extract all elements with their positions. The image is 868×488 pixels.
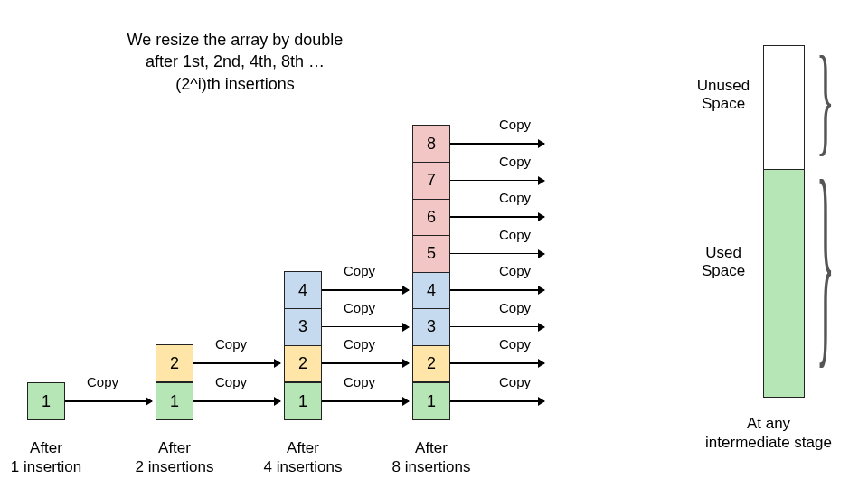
intro-text: We resize the array by double after 1st,… [81,29,389,95]
intro-line-1: We resize the array by double [127,31,344,49]
copy-label: Copy [344,336,375,352]
stack-4-caption: After 4 insertions [240,438,366,477]
arrow-icon [450,326,544,328]
stack-row: 1 Copy After 1 insertion 1 Copy [27,127,450,421]
unused-space-label: Unused Space [687,77,760,114]
cell-value: 3 [427,317,436,336]
copy-label: Copy [215,374,247,389]
arrow-icon [450,253,544,255]
stack-2-cells: 1 Copy 2 Copy [156,346,193,421]
copy-label: Copy [499,336,531,352]
stack-1-caption: After 1 insertion [0,438,109,477]
allocation-bar [763,45,805,398]
stack-4-cells: 1 Copy 2 Copy 3 Copy [284,273,322,421]
stack-8: 1 Copy 2 Copy 3 Copy [412,127,450,421]
cell-2: 2 Copy [284,344,322,382]
copy-label: Copy [499,300,531,315]
allocation-caption: At any intermediate stage [687,414,850,453]
arrow-icon [450,400,544,402]
arrow-icon [322,362,409,364]
cell-value: 7 [427,171,436,190]
caption-line: After [287,439,319,456]
copy-arrow: Copy [322,354,409,372]
cell-4: 4 Copy [284,271,322,309]
copy-arrow: Copy [450,281,544,299]
cell-1: 1 Copy [284,382,322,420]
cell-value: 8 [427,135,436,154]
cell-4: 4 Copy [412,271,450,309]
label-line: Unused [697,77,750,94]
arrow-icon [322,400,409,402]
cell-value: 3 [298,317,307,336]
caption-line: 4 insertions [264,458,343,475]
cell-2: 2 Copy [412,344,450,382]
copy-label: Copy [87,374,118,389]
copy-arrow: Copy [450,392,544,410]
caption-line: After [30,439,62,456]
copy-label: Copy [499,263,531,278]
arrow-icon [65,400,152,402]
copy-label: Copy [499,374,531,389]
cell-3: 3 Copy [284,308,322,346]
copy-arrow: Copy [450,208,544,226]
arrow-icon [450,289,544,291]
cell-1: 1 Copy [412,382,450,420]
caption-line: At any [747,415,790,432]
stack-1: 1 Copy After 1 insertion [27,382,65,420]
label-line: Used [705,244,741,261]
copy-arrow: Copy [193,354,280,372]
copy-arrow: Copy [322,281,409,299]
caption-line: After [415,439,448,456]
stack-4: 1 Copy 2 Copy 3 Copy [284,273,322,421]
cell-3: 3 Copy [412,308,450,346]
brace-icon: } [816,148,835,376]
arrow-icon [450,180,544,182]
caption-line: 2 insertions [136,458,214,475]
copy-arrow: Copy [322,318,409,336]
copy-label: Copy [499,190,531,205]
cell-value: 1 [298,392,307,411]
label-line: Space [702,95,745,112]
copy-label: Copy [499,154,531,169]
stack-2: 1 Copy 2 Copy After 2 insertions [156,346,193,421]
cell-7: 7 Copy [412,162,450,200]
copy-arrow: Copy [450,354,544,372]
cell-value: 6 [427,208,436,227]
copy-arrow: Copy [65,392,152,410]
caption-line: After [158,439,191,456]
cell-value: 4 [298,281,307,300]
unused-region [764,46,804,169]
cell-6: 6 Copy [412,198,450,236]
stack-8-caption: After 8 insertions [368,438,495,477]
arrow-icon [193,400,280,402]
cell-1: 1 Copy [27,382,65,420]
intro-line-2: after 1st, 2nd, 4th, 8th … [146,52,325,70]
copy-label: Copy [499,117,531,132]
copy-arrow: Copy [322,392,409,410]
used-space-label: Used Space [687,244,760,281]
stack-2-caption: After 2 insertions [111,438,238,477]
cell-1: 1 Copy [156,382,193,420]
copy-arrow: Copy [450,245,544,263]
arrow-icon [450,362,544,364]
arrow-icon [450,143,544,145]
arrow-icon [450,216,544,218]
caption-line: 8 insertions [392,458,471,475]
arrow-icon [322,289,409,291]
caption-line: 1 insertion [11,458,81,475]
caption-line: intermediate stage [705,434,832,451]
arrow-icon [322,326,409,328]
label-line: Space [702,262,745,279]
copy-arrow: Copy [450,135,544,153]
copy-arrow: Copy [193,392,280,410]
copy-arrow: Copy [450,172,544,190]
copy-arrow: Copy [450,318,544,336]
cell-value: 1 [170,392,179,411]
cell-value: 1 [427,392,436,411]
intro-line-3: (2^i)th insertions [175,75,295,93]
cell-5: 5 Copy [412,235,450,273]
cell-value: 2 [170,354,179,373]
cell-8: 8 Copy [412,125,450,163]
copy-label: Copy [344,374,375,389]
diagram-canvas: We resize the array by double after 1st,… [0,0,868,488]
